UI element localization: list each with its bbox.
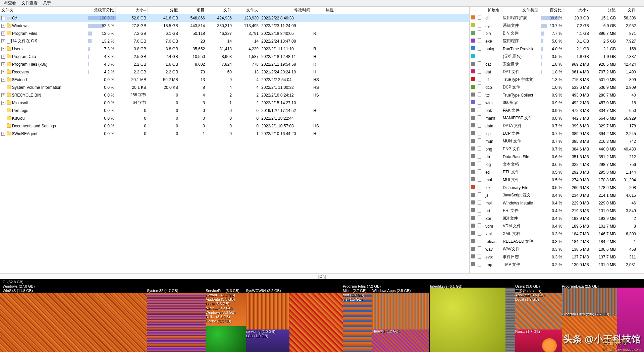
extension-row[interactable]: .pngPNG 文件0.7 %384.6 MB440.0 MB49,430 <box>470 145 644 153</box>
col-name[interactable]: 文件夹 <box>0 7 87 14</box>
col-subd[interactable]: 文件夹 <box>233 7 260 14</box>
extension-row[interactable]: .tmpTMP 文件0.2 %130.0 MB131.9 MB2,031 <box>470 261 644 268</box>
extension-row[interactable]: .jsJavaScript 源文0.4 %234.0 MB214.1 MB4,6… <box>470 191 644 199</box>
treemap-block[interactable] <box>0 293 147 352</box>
extension-row[interactable]: .etlETL 文件0.5 %292.3 MB295.8 MB1,144 <box>470 168 644 176</box>
extension-row[interactable]: .dcpDCP 文件1.0 %533.6 MB536.9 MB2,809 <box>470 83 644 91</box>
extension-row[interactable]: .binBIN 文件7.7 %4.1 GB896.7 MB871 <box>470 29 644 37</box>
folder-row[interactable]: -C:\100.0 %52.8 GB41.6 GB548,866424,9361… <box>0 14 469 22</box>
treemap-block[interactable] <box>430 288 505 352</box>
folder-row[interactable]: +ProgramData4.8 %2.5 GB2.4 GB10,5508,963… <box>0 53 469 60</box>
treemap-block[interactable] <box>147 293 206 352</box>
folder-row[interactable]: +Windows52.6 %27.8 GB18.5 GB443,814330,3… <box>0 22 469 29</box>
treemap-block[interactable] <box>343 293 372 352</box>
folder-row[interactable]: PerfLogs0.0 %000002019/12/7 17:14:52H <box>0 107 469 114</box>
extension-row[interactable]: .dbData Base File0.6 %351.3 MB351.2 MB21… <box>470 153 644 161</box>
col-pct-r[interactable]: 百分比 <box>540 7 564 14</box>
mod-value: 2022/2/11 19:54:58 <box>260 62 312 67</box>
treemap-block[interactable] <box>289 293 343 352</box>
menu-tree[interactable]: 树查看 <box>1 0 19 7</box>
extension-row[interactable]: .msiWindows Installe0.4 %229.0 MB229.0 M… <box>470 199 644 207</box>
col-attr[interactable]: 属性 <box>312 7 335 14</box>
size-value: 20.3 GB <box>564 15 590 21</box>
extension-row[interactable]: (无扩展名)3.5 %1.8 GB1.9 GB7,337 <box>470 53 644 60</box>
extension-row[interactable]: .priPRI 文件0.4 %219.3 MB131.0 MB3,849 <box>470 207 644 215</box>
menu-about[interactable]: 关于 <box>40 0 54 7</box>
treemap-block[interactable] <box>246 330 289 352</box>
expand-toggle[interactable]: + <box>1 93 5 97</box>
extension-row[interactable]: .lcpLCP 文件0.7 %389.9 MB394.2 MB2,245 <box>470 130 644 137</box>
extension-row[interactable]: .releasRELEASED 文件0.3 %184.2 MB184.2 MB1 <box>470 238 644 245</box>
expand-toggle[interactable]: + <box>1 101 5 105</box>
folder-row[interactable]: Documents and Settings0.0 %000002022/2/1… <box>0 122 469 130</box>
col-ico[interactable] <box>476 10 483 11</box>
menu-file[interactable]: 文件查看 <box>19 0 40 7</box>
treemap-block[interactable] <box>206 293 246 326</box>
expand-toggle[interactable]: + <box>1 132 5 136</box>
col-files[interactable]: 文件 <box>206 7 233 14</box>
folder-row[interactable]: +Program Files (x86)4.3 %2.2 GB1.6 GB8,6… <box>0 60 469 68</box>
treemap-block[interactable] <box>246 293 289 330</box>
extension-row[interactable]: .ttfTrueType 字体文1.3 %715.8 MB501.0 MB899 <box>470 76 644 83</box>
extension-row[interactable]: .ttcTrueType Collect0.9 %493.0 MB280.7 M… <box>470 91 644 99</box>
extension-row[interactable]: .log文本文档0.6 %322.4 MB298.7 MB756 <box>470 161 644 168</box>
expand-toggle[interactable]: - <box>1 16 5 20</box>
folder-row[interactable]: +Users7.3 %3.8 GB3.8 GB35,65231,4134,239… <box>0 45 469 53</box>
extension-row[interactable]: .lexDictionary File0.5 %260.6 MB178.9 MB… <box>470 184 644 191</box>
extension-row[interactable]: .datDAT 文件1.8 %961.4 MB707.2 MB1,490 <box>470 68 644 76</box>
folder-row[interactable]: +$WinREAgent0.0 %001012022/2/10 16:44:20… <box>0 130 469 137</box>
extension-row[interactable]: .wavWAV文件0.3 %138.5 MB106.6 MB458 <box>470 245 644 253</box>
extension-row[interactable]: .ppkgRunTime Provisio4.0 %2.1 GB2.1 GB15… <box>470 45 644 53</box>
col-files-r[interactable]: 文件 <box>617 7 637 14</box>
expand-toggle[interactable]: + <box>1 70 5 74</box>
col-alloc-r[interactable]: 分配 <box>590 7 617 14</box>
col-mod[interactable]: 修改时间 <box>260 7 312 14</box>
file-icon <box>478 162 481 166</box>
col-pct[interactable]: 父级百分比 <box>87 7 116 14</box>
extension-row[interactable]: .vdmVDM 文件0.4 %189.6 MB101.7 MB8 <box>470 222 644 230</box>
extension-row[interactable]: .dataDATA 文件0.7 %399.6 MB329.7 MB178 <box>470 122 644 130</box>
col-color[interactable] <box>470 10 476 11</box>
treemap-block[interactable] <box>372 293 429 330</box>
folder-row[interactable]: System Volume Information0.0 %20.1 KB20.… <box>0 83 469 91</box>
treemap-block[interactable] <box>206 326 246 352</box>
expand-toggle[interactable]: + <box>1 55 5 59</box>
treemap[interactable]: 头条 @小王科技馆 百香果号 huangjinbaixiangguo.com C… <box>0 279 644 352</box>
expand-toggle[interactable]: + <box>1 78 5 82</box>
extension-row[interactable]: .cat安全目录1.8 %969.2 MB926.5 MB42,424 <box>470 60 644 68</box>
extension-row[interactable]: .evtx事件日志0.3 %137.7 MB137.7 MB311 <box>470 253 644 261</box>
folder-row[interactable]: +Microsoft0.0 %64 字节03122022/2/15 14:27:… <box>0 99 469 107</box>
folder-row[interactable]: +Program Files13.6 %7.2 GB6.1 GB50,11846… <box>0 29 469 37</box>
extension-row[interactable]: .8bi8BI 文件0.4 %193.9 MB193.9 MB2 <box>470 215 644 222</box>
attr-value: H <box>312 131 335 136</box>
folder-row[interactable]: +$RECYCLE.BIN0.0 %258 字节04222022/2/16 8:… <box>0 91 469 99</box>
folder-row[interactable]: +[14 文件在 C:\]13.2 %7.0 GB7.0 GB281414202… <box>0 37 469 45</box>
extension-row[interactable]: .sys系统文件13.7 %7.2 GB6.9 GB2,952 <box>470 22 644 29</box>
extension-row[interactable]: .pakPAK 文件0.9 %472.3 MB334.7 MB650 <box>470 107 644 114</box>
extension-row[interactable]: .manifMANIFEST 文件0.8 %442.7 MB564.6 MB66… <box>470 114 644 122</box>
treemap-block[interactable] <box>562 288 617 316</box>
extension-row[interactable]: .munMUN 文件0.7 %385.8 MB216.3 MB742 <box>470 137 644 145</box>
expand-toggle[interactable]: + <box>1 47 5 51</box>
col-type[interactable]: 文件类型 <box>501 7 540 14</box>
extension-row[interactable]: .muiMUI 文件0.5 %274.9 MB170.8 MB31,294 <box>470 176 644 184</box>
extension-row[interactable]: .wim360压缩0.9 %492.2 MB457.0 MB18 <box>470 99 644 107</box>
extension-row[interactable]: .xmlXML 文档0.3 %184.7 MB146.7 MB6,303 <box>470 230 644 238</box>
col-size-r[interactable]: 大小 <box>564 7 590 14</box>
treemap-block[interactable] <box>505 288 515 352</box>
treemap-block[interactable] <box>515 293 562 330</box>
expand-toggle[interactable]: + <box>1 39 5 43</box>
col-alloc[interactable]: 分配 <box>148 7 179 14</box>
extension-row[interactable]: .dll应用程序扩展38.6 %20.3 GB15.1 GB56,306 <box>470 14 644 22</box>
extension-row[interactable]: .exe应用程序5.8 %3.1 GB2.5 GB7,927 <box>470 37 644 45</box>
folder-row[interactable]: +$Extend0.0 %20.1 MB59.2 MB13942022/2/2 … <box>0 76 469 83</box>
folder-row[interactable]: KuGou0.0 %000002022/2/1 18:22:44 <box>0 114 469 122</box>
folder-row[interactable]: +Recovery4.2 %2.2 GB2.2 GB7360132021/2/2… <box>0 68 469 76</box>
treemap-block[interactable] <box>372 330 429 352</box>
col-items[interactable]: 项目 <box>179 7 206 14</box>
col-ext[interactable]: 扩展名 <box>483 7 501 14</box>
expand-toggle[interactable]: + <box>1 24 5 28</box>
expand-toggle[interactable]: + <box>1 62 5 66</box>
expand-toggle[interactable]: + <box>1 32 5 36</box>
col-size[interactable]: 大小 <box>116 7 148 14</box>
